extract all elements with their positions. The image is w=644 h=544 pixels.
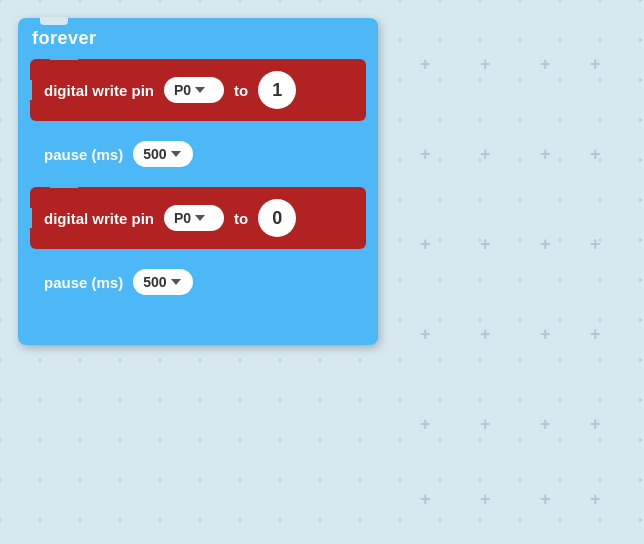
pause-dropdown-2[interactable]: 500 [133,269,193,295]
pause-dropdown-1[interactable]: 500 [133,141,193,167]
pause-block-1[interactable]: pause (ms) 500 [30,129,366,179]
digital-write-block-1[interactable]: digital write pin P0 to 1 [30,59,366,121]
pin-value-2: P0 [174,210,191,226]
plus-icon: + [480,235,491,253]
top-notch [50,52,78,60]
plus-icon: + [420,415,431,433]
value-circle-1[interactable]: 1 [258,71,296,109]
to-label-1: to [234,82,248,99]
forever-label: forever [32,28,97,49]
pause-block-2[interactable]: pause (ms) 500 [30,257,366,307]
plus-icon: + [420,490,431,508]
pin-value-1: P0 [174,82,191,98]
dropdown-arrow-icon-3 [195,215,205,221]
pause-label-1: pause (ms) [44,146,123,163]
forever-block[interactable]: forever digital write pin P0 to 1 pause … [18,18,378,345]
plus-icon: + [540,235,551,253]
plus-icon: + [590,415,601,433]
digital-write-label-2: digital write pin [44,210,154,227]
plus-icon: + [540,325,551,343]
value-circle-2[interactable]: 0 [258,199,296,237]
plus-icon: + [420,325,431,343]
pause-value-1: 500 [143,146,166,162]
value-2: 0 [272,208,282,229]
digital-write-block-2[interactable]: digital write pin P0 to 0 [30,187,366,249]
inner-blocks: digital write pin P0 to 1 pause (ms) 500 [18,59,378,307]
plus-icon: + [480,415,491,433]
plus-icon: + [540,490,551,508]
plus-icon: + [480,145,491,163]
pause-value-2: 500 [143,274,166,290]
value-1: 1 [272,80,282,101]
plus-icon: + [590,235,601,253]
workspace: + + + + + + + + + + + + + + + + + + + + … [0,0,644,544]
plus-icon: + [540,55,551,73]
top-notch-2 [50,180,78,188]
forever-bottom [30,315,366,333]
plus-icon: + [420,55,431,73]
pin-dropdown-1[interactable]: P0 [164,77,224,103]
plus-icon: + [590,55,601,73]
pin-dropdown-2[interactable]: P0 [164,205,224,231]
plus-icon: + [590,145,601,163]
dropdown-arrow-icon-2 [171,151,181,157]
plus-icon: + [590,490,601,508]
plus-icon: + [480,325,491,343]
dropdown-arrow-icon [195,87,205,93]
plus-icon: + [420,145,431,163]
plus-icon: + [540,415,551,433]
plus-icon: + [540,145,551,163]
plus-icon: + [590,325,601,343]
dropdown-arrow-icon-4 [171,279,181,285]
to-label-2: to [234,210,248,227]
plus-icon: + [480,55,491,73]
digital-write-label-1: digital write pin [44,82,154,99]
plus-icon: + [420,235,431,253]
pause-label-2: pause (ms) [44,274,123,291]
plus-icon: + [480,490,491,508]
